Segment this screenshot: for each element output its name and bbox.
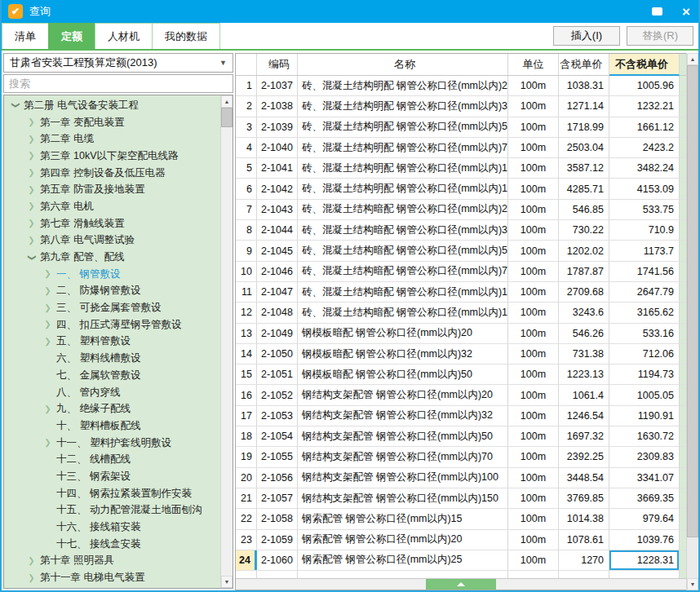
cell-price-without-tax[interactable]: 4153.09 (609, 179, 680, 198)
cell-unit[interactable]: 100m (508, 76, 559, 95)
cell-name[interactable]: 砖、混凝土结构明配 钢管公称口径(mm以内)100 (298, 158, 508, 178)
cell-unit[interactable]: 100m (508, 488, 559, 508)
cell-code[interactable]: 2-1056 (257, 468, 298, 488)
cell-name[interactable]: 钢结构支架配管 钢管公称口径(mm以内)32 (298, 406, 508, 426)
cell-row-number[interactable]: 14 (236, 344, 257, 364)
chevron-icon[interactable]: ❯ (42, 320, 54, 329)
table-row[interactable]: 9 2-1045 砖、混凝土结构暗配 钢管公称口径(mm以内)50 100m 1… (236, 241, 686, 261)
maximize-button[interactable] (652, 7, 662, 15)
cell-price-without-tax[interactable]: 979.64 (609, 509, 680, 528)
chevron-icon[interactable]: ❯ (25, 219, 38, 228)
header-price-without-tax[interactable]: 不含税单价 (609, 54, 680, 76)
cell-code[interactable]: 2-1039 (257, 117, 298, 137)
cell-row-number[interactable]: 9 (236, 241, 257, 260)
table-row[interactable]: 22 2-1058 钢索配管 钢管公称口径(mm以内)15 100m 1014.… (236, 509, 686, 529)
cell-code[interactable]: 2-1055 (257, 447, 298, 466)
cell-unit[interactable]: 100m (508, 282, 559, 302)
cell-price-without-tax[interactable]: 1630.72 (609, 426, 680, 446)
header-name[interactable]: 名称 (298, 54, 508, 75)
tree-item[interactable]: ❯ 十四、 钢索拉紧装置制作安装 (4, 485, 220, 502)
cell-price-with-tax[interactable]: 546.26 (559, 324, 609, 343)
table-row[interactable]: 16 2-1052 钢结构支架配管 钢管公称口径(mm以内)20 100m 10… (236, 385, 686, 405)
cell-unit[interactable]: 100m (508, 426, 559, 446)
cell-price-without-tax[interactable]: 1228.31 (609, 550, 680, 570)
cell-price-with-tax[interactable]: 2709.68 (559, 282, 609, 302)
cell-name[interactable]: 钢结构支架配管 钢管公称口径(mm以内)20 (298, 385, 508, 404)
cell-row-number[interactable]: 12 (236, 303, 257, 322)
cell-price-with-tax[interactable]: 1202.02 (559, 241, 609, 260)
cell-code[interactable]: 2-1047 (257, 282, 298, 302)
tree-item[interactable]: ❯ 第九章 配管、配线 (4, 249, 220, 266)
tree-item[interactable]: ❯ 十六、 接线箱安装 (4, 519, 220, 536)
tree-item[interactable]: ❯ 三、 可挠金属套管敷设 (4, 299, 220, 316)
cell-code[interactable]: 2-1049 (257, 324, 298, 343)
cell-price-with-tax[interactable]: 1038.31 (559, 76, 609, 95)
cell-name[interactable]: 钢索配管 钢管公称口径(mm以内)20 (298, 530, 508, 550)
cell-row-number[interactable]: 2 (236, 96, 257, 116)
cell-unit[interactable]: 100m (508, 96, 559, 116)
tree-item[interactable]: ❯ 十五、 动力配管混凝土地面刨沟 (4, 502, 220, 519)
cell-row-number[interactable]: 15 (236, 364, 257, 384)
tree-item[interactable]: ❯ 十七、 接线盒安装 (4, 536, 220, 553)
cell-code[interactable]: 2-1044 (257, 220, 298, 240)
table-row[interactable]: 3 2-1039 砖、混凝土结构明配 钢管公称口径(mm以内)50 100m 1… (236, 117, 686, 138)
tree-item[interactable]: ❯ 十一、 塑料护套线明敷设 (4, 435, 220, 452)
cell-name[interactable]: 钢结构支架配管 钢管公称口径(mm以内)150 (298, 488, 508, 508)
cell-price-with-tax[interactable]: 2503.04 (559, 138, 609, 157)
chevron-icon[interactable]: ❯ (25, 574, 38, 582)
insert-button[interactable]: 插入(I) (553, 26, 620, 46)
table-row[interactable]: 15 2-1051 钢模板暗配 钢管公称口径(mm以内)50 100m 1223… (236, 364, 686, 385)
tab[interactable]: 清单 (2, 23, 48, 49)
table-row[interactable]: 19 2-1055 钢结构支架配管 钢管公称口径(mm以内)70 100m 23… (236, 447, 686, 467)
cell-price-without-tax[interactable]: 1173.7 (609, 241, 680, 260)
table-row[interactable]: 13 2-1049 钢模板暗配 钢管公称口径(mm以内)20 100m 546.… (236, 324, 686, 344)
table-row[interactable]: 12 2-1048 砖、混凝土结构暗配 钢管公称口径(mm以内)150 100m… (236, 303, 686, 323)
cell-price-without-tax[interactable]: 2423.2 (609, 138, 680, 157)
cell-row-number[interactable]: 11 (236, 282, 257, 302)
chevron-icon[interactable]: ❯ (25, 152, 38, 160)
cell-row-number[interactable]: 13 (236, 324, 257, 343)
cell-name[interactable]: 钢模板暗配 钢管公称口径(mm以内)50 (298, 364, 508, 384)
cell-price-with-tax[interactable]: 1246.54 (559, 406, 609, 426)
tree-item[interactable]: ❯ 第一章 变配电装置 (4, 114, 220, 131)
cell-code[interactable]: 2-1058 (257, 509, 298, 528)
tree-item[interactable]: ❯ 第二章 电缆 (4, 130, 220, 148)
cell-price-with-tax[interactable]: 731.38 (559, 344, 609, 364)
cell-price-with-tax[interactable]: 3769.85 (559, 488, 609, 508)
cell-unit[interactable]: 100m (508, 550, 559, 570)
cell-name[interactable]: 砖、混凝土结构明配 钢管公称口径(mm以内)70 (298, 138, 508, 157)
tree-item[interactable]: ❯ 四、 扣压式薄壁钢导管敷设 (4, 316, 220, 334)
cell-price-without-tax[interactable]: 1190.91 (609, 406, 680, 426)
cell-name[interactable]: 砖、混凝土结构明配 钢管公称口径(mm以内)150 (298, 179, 508, 198)
cell-name[interactable]: 砖、混凝土结构暗配 钢管公称口径(mm以内)20 (298, 200, 508, 219)
cell-code[interactable]: 2-1050 (257, 344, 298, 364)
cell-name[interactable]: 砖、混凝土结构暗配 钢管公称口径(mm以内)100 (298, 282, 508, 302)
cell-price-without-tax[interactable]: 710.9 (609, 220, 680, 240)
cell-name[interactable]: 钢索配管 钢管公称口径(mm以内)25 (298, 550, 508, 570)
cell-row-number[interactable]: 18 (236, 426, 257, 446)
cell-row-number[interactable]: 24 (236, 550, 257, 570)
cell-name[interactable]: 钢结构支架配管 钢管公称口径(mm以内)100 (298, 468, 508, 488)
scroll-down-icon[interactable]: ▼ (221, 576, 233, 588)
tree-item[interactable]: ❯ 十二、 线槽配线 (4, 451, 220, 468)
cell-row-number[interactable]: 17 (236, 406, 257, 426)
tree-item[interactable]: ❯ 九、 绝缘子配线 (4, 400, 220, 417)
cell-price-with-tax[interactable]: 2392.25 (559, 447, 609, 466)
cell-price-with-tax[interactable]: 1787.87 (559, 262, 609, 281)
cell-unit[interactable]: 100m (508, 303, 559, 322)
header-price-with-tax[interactable]: 含税单价 (559, 54, 609, 75)
cell-price-with-tax[interactable]: 3448.54 (559, 468, 609, 488)
tree-item[interactable]: ❯ 六、 塑料线槽敷设 (4, 350, 220, 367)
table-row[interactable]: 10 2-1046 砖、混凝土结构暗配 钢管公称口径(mm以内)70 100m … (236, 262, 686, 282)
cell-code[interactable]: 2-1043 (257, 200, 298, 219)
replace-button[interactable]: 替换(R) (627, 26, 693, 46)
cell-name[interactable]: 钢结构支架配管 钢管公称口径(mm以内)70 (298, 447, 508, 466)
cell-name[interactable]: 砖、混凝土结构明配 钢管公称口径(mm以内)20 (298, 76, 508, 95)
cell-price-without-tax[interactable]: 533.16 (609, 324, 680, 343)
cell-row-number[interactable]: 8 (236, 220, 257, 240)
cell-unit[interactable]: 100m (508, 509, 559, 528)
tree-item[interactable]: ❯ 第二册 电气设备安装工程 (4, 97, 220, 114)
cell-code[interactable]: 2-1041 (257, 158, 298, 178)
chevron-icon[interactable]: ❯ (42, 338, 54, 346)
cell-price-without-tax[interactable]: 1005.96 (609, 76, 680, 95)
